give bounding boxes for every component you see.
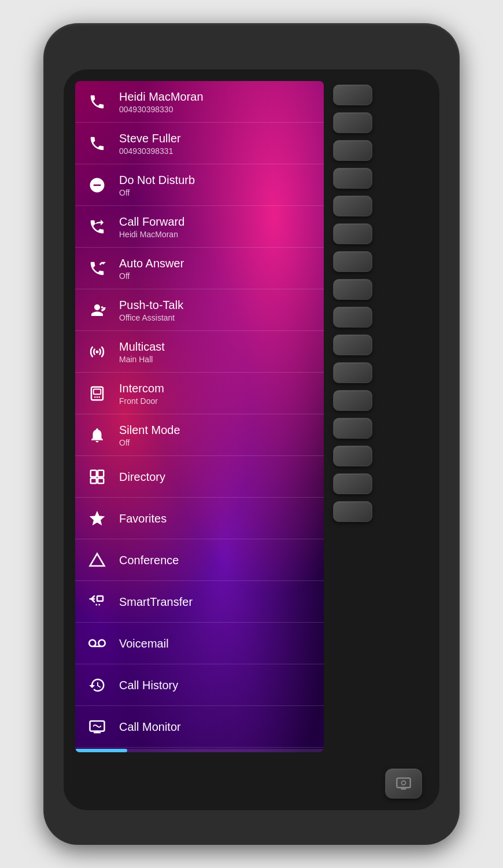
- menu-text-voicemail: Voicemail: [119, 637, 169, 650]
- menu-item-smart-transfer[interactable]: SmartTransfer: [75, 581, 324, 623]
- phone-icon: [84, 89, 110, 115]
- svg-point-0: [101, 306, 103, 308]
- svg-rect-16: [401, 788, 406, 789]
- smart-transfer-icon: [84, 589, 110, 615]
- svg-point-5: [97, 396, 98, 398]
- phone-icon-2: [84, 131, 110, 156]
- favorites-title: Favorites: [119, 512, 167, 525]
- multicast-title: Multicast: [119, 340, 165, 354]
- push-to-talk-target: Office Assistant: [119, 313, 183, 322]
- side-button-9[interactable]: [333, 307, 372, 328]
- heidi-number: 004930398330: [119, 105, 204, 114]
- svg-point-15: [402, 781, 406, 785]
- menu-item-forward[interactable]: Call Forward Heidi MacMoran: [75, 206, 324, 248]
- multicast-target: Main Hall: [119, 355, 165, 364]
- voicemail-icon: [84, 631, 110, 656]
- intercom-icon: [84, 381, 110, 406]
- forward-title: Call Forward: [119, 215, 184, 229]
- steve-number: 004930398331: [119, 146, 181, 156]
- push-to-talk-title: Push-to-Talk: [119, 298, 183, 312]
- menu-item-directory[interactable]: Directory: [75, 456, 324, 498]
- multicast-icon: [84, 339, 110, 365]
- menu-item-auto-answer[interactable]: Auto Answer Off: [75, 248, 324, 289]
- call-monitor-icon: [84, 714, 110, 740]
- side-buttons-panel: [324, 69, 428, 810]
- directory-icon: [84, 464, 110, 490]
- dnd-title: Do Not Disturb: [119, 173, 195, 187]
- side-button-4[interactable]: [333, 168, 372, 189]
- conference-icon: [84, 547, 110, 573]
- menu-item-favorites[interactable]: Favorites: [75, 498, 324, 539]
- steve-name: Steve Fuller: [119, 131, 181, 145]
- side-button-14[interactable]: [333, 446, 372, 466]
- side-button-13[interactable]: [333, 418, 372, 439]
- menu-item-conference[interactable]: Conference: [75, 539, 324, 581]
- side-button-2[interactable]: [333, 112, 372, 133]
- device-inner: Heidi MacMoran 004930398330 Steve Fuller…: [64, 69, 439, 810]
- screen-progress-bar-container: [75, 749, 324, 752]
- heidi-name: Heidi MacMoran: [119, 90, 204, 104]
- dnd-icon: [84, 172, 110, 198]
- side-button-3[interactable]: [333, 140, 372, 161]
- auto-answer-icon: [84, 256, 110, 281]
- menu-item-heidi[interactable]: Heidi MacMoran 004930398330: [75, 81, 324, 123]
- menu-text-call-history: Call History: [119, 678, 178, 692]
- menu-item-voicemail[interactable]: Voicemail: [75, 623, 324, 664]
- menu-text-heidi: Heidi MacMoran 004930398330: [119, 90, 204, 114]
- call-history-title: Call History: [119, 678, 178, 692]
- side-button-6[interactable]: [333, 223, 372, 244]
- svg-point-4: [94, 396, 96, 398]
- intercom-title: Intercom: [119, 381, 164, 395]
- silent-status: Off: [119, 438, 180, 447]
- auto-answer-title: Auto Answer: [119, 256, 184, 270]
- forward-target: Heidi MacMoran: [119, 230, 184, 239]
- side-button-10[interactable]: [333, 334, 372, 355]
- menu-text-silent: Silent Mode Off: [119, 423, 180, 447]
- screen: Heidi MacMoran 004930398330 Steve Fuller…: [75, 81, 324, 752]
- side-button-15[interactable]: [333, 473, 372, 494]
- side-button-5[interactable]: [333, 196, 372, 216]
- settings-button[interactable]: [385, 768, 422, 799]
- intercom-target: Front Door: [119, 396, 164, 406]
- menu-item-dnd[interactable]: Do Not Disturb Off: [75, 164, 324, 206]
- call-forward-icon: [84, 214, 110, 240]
- call-monitor-title: Call Monitor: [119, 720, 181, 734]
- star-icon: [84, 506, 110, 531]
- smart-transfer-title: SmartTransfer: [119, 595, 193, 609]
- menu-item-multicast[interactable]: Multicast Main Hall: [75, 331, 324, 373]
- menu-list: Heidi MacMoran 004930398330 Steve Fuller…: [75, 81, 324, 748]
- menu-item-push-to-talk[interactable]: Push-to-Talk Office Assistant: [75, 289, 324, 331]
- menu-text-smart-transfer: SmartTransfer: [119, 595, 193, 609]
- conference-title: Conference: [119, 553, 179, 567]
- menu-item-silent[interactable]: Silent Mode Off: [75, 414, 324, 456]
- svg-point-1: [96, 350, 99, 353]
- menu-text-push-to-talk: Push-to-Talk Office Assistant: [119, 298, 183, 322]
- side-button-16[interactable]: [333, 501, 372, 522]
- menu-text-forward: Call Forward Heidi MacMoran: [119, 215, 184, 239]
- menu-item-call-monitor[interactable]: Call Monitor: [75, 706, 324, 748]
- menu-text-conference: Conference: [119, 553, 179, 567]
- side-button-1[interactable]: [333, 84, 372, 105]
- device: Heidi MacMoran 004930398330 Steve Fuller…: [43, 23, 460, 845]
- svg-rect-14: [397, 778, 410, 788]
- side-button-7[interactable]: [333, 251, 372, 272]
- svg-rect-12: [97, 596, 103, 601]
- menu-item-call-history[interactable]: Call History: [75, 664, 324, 706]
- menu-item-intercom[interactable]: Intercom Front Door: [75, 373, 324, 414]
- dnd-status: Off: [119, 188, 195, 197]
- menu-text-steve: Steve Fuller 004930398331: [119, 131, 181, 156]
- side-button-12[interactable]: [333, 390, 372, 411]
- voicemail-title: Voicemail: [119, 637, 169, 650]
- menu-item-steve[interactable]: Steve Fuller 004930398331: [75, 123, 324, 164]
- call-history-icon: [84, 672, 110, 698]
- side-button-8[interactable]: [333, 279, 372, 300]
- bell-icon: [84, 422, 110, 448]
- push-to-talk-icon: [84, 297, 110, 323]
- svg-point-6: [99, 396, 101, 398]
- menu-text-call-monitor: Call Monitor: [119, 720, 181, 734]
- screen-progress-indicator: [75, 749, 127, 752]
- side-button-11[interactable]: [333, 362, 372, 383]
- svg-rect-3: [94, 389, 101, 394]
- menu-text-dnd: Do Not Disturb Off: [119, 173, 195, 197]
- auto-answer-status: Off: [119, 271, 184, 281]
